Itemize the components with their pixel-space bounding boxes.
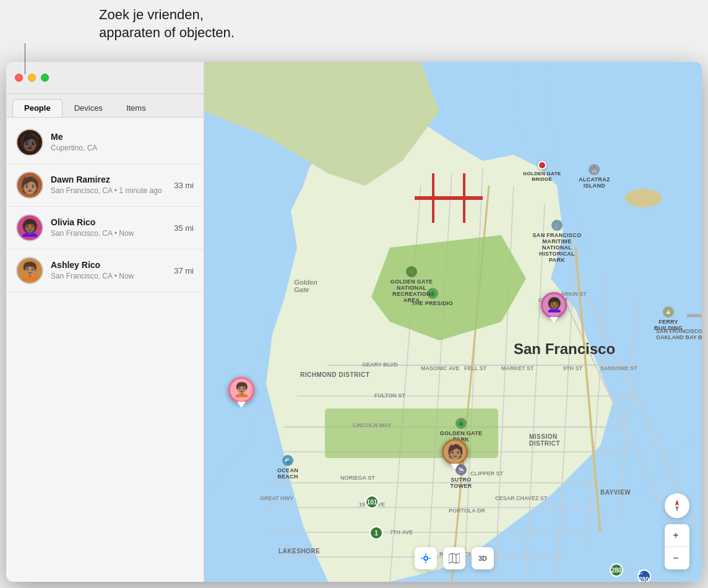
person-location-ashley: San Francisco, CA • Now xyxy=(51,271,169,282)
highway-280: 280 xyxy=(610,563,623,577)
pin-ashley[interactable]: 🧑🏽‍🦱 xyxy=(228,377,254,409)
tooltip: Zoek je vrienden, apparaten of objecten. xyxy=(99,6,235,41)
minimize-button[interactable] xyxy=(28,74,36,82)
svg-point-34 xyxy=(424,556,428,560)
person-name-me: Me xyxy=(51,132,194,142)
person-name-dawn: Dawn Ramirez xyxy=(51,175,169,184)
svg-marker-39 xyxy=(449,553,460,563)
sidebar: People Devices Items 🧑🏿 Me Cupertino, CA… xyxy=(6,62,204,582)
zoom-out-button[interactable]: − xyxy=(665,547,687,569)
person-info-dawn: Dawn Ramirez San Francisco, CA • 1 minut… xyxy=(51,175,169,196)
person-info-me: Me Cupertino, CA xyxy=(51,132,194,153)
svg-marker-43 xyxy=(675,506,679,512)
tab-items[interactable]: Items xyxy=(114,99,158,117)
avatar-ashley: 🧑🏽‍🦱 xyxy=(16,257,43,284)
person-distance-ashley: 37 mi xyxy=(174,266,194,275)
tooltip-line1: Zoek je vrienden, xyxy=(99,6,235,24)
pin-olivia[interactable]: 👩🏾‍🦱 xyxy=(541,292,567,324)
tab-people[interactable]: People xyxy=(12,99,63,117)
map-area[interactable]: San Francisco RICHMOND DISTRICT MISSIOND… xyxy=(204,62,702,582)
person-distance-dawn: 33 mi xyxy=(174,181,194,190)
avatar-dawn: 🧑🏽 xyxy=(16,171,43,199)
tabs-bar: People Devices Items xyxy=(6,94,204,118)
highway-101: 101 xyxy=(365,495,379,509)
map-type-button[interactable] xyxy=(443,547,465,569)
zoom-controls: + − xyxy=(665,524,689,569)
svg-point-6 xyxy=(625,189,662,207)
main-window: People Devices Items 🧑🏿 Me Cupertino, CA… xyxy=(6,62,702,582)
person-location-dawn: San Francisco, CA • 1 minute ago xyxy=(51,186,169,196)
person-location-olivia: San Francisco, CA • Now xyxy=(51,228,169,239)
location-button[interactable] xyxy=(415,547,437,569)
person-item-ashley[interactable]: 🧑🏽‍🦱 Ashley Rico San Francisco, CA • Now… xyxy=(6,249,204,292)
pin-dawn[interactable]: 🧑🏽 xyxy=(442,439,468,471)
titlebar xyxy=(6,62,204,94)
svg-text:N: N xyxy=(676,501,678,504)
person-info-olivia: Olivia Rico San Francisco, CA • Now xyxy=(51,217,169,239)
3d-button[interactable]: 3D xyxy=(472,547,494,569)
person-name-ashley: Ashley Rico xyxy=(51,260,169,270)
person-item-me[interactable]: 🧑🏿 Me Cupertino, CA xyxy=(6,121,204,164)
svg-rect-27 xyxy=(325,409,498,458)
avatar-olivia: 👩🏾‍🦱 xyxy=(16,214,43,241)
avatar-me: 🧑🏿 xyxy=(16,129,43,156)
people-list: 🧑🏿 Me Cupertino, CA 🧑🏽 Dawn Ramirez San … xyxy=(6,118,204,582)
person-location-me: Cupertino, CA xyxy=(51,143,194,153)
highway-280b: I-280 xyxy=(637,569,651,582)
zoom-in-button[interactable]: + xyxy=(665,524,687,547)
tab-devices[interactable]: Devices xyxy=(63,99,114,117)
traffic-lights xyxy=(15,74,49,82)
person-item-olivia[interactable]: 👩🏾‍🦱 Olivia Rico San Francisco, CA • Now… xyxy=(6,207,204,249)
person-name-olivia: Olivia Rico xyxy=(51,217,169,227)
compass-button[interactable]: N xyxy=(665,493,689,518)
map-background xyxy=(204,62,702,582)
close-button[interactable] xyxy=(15,74,23,82)
maximize-button[interactable] xyxy=(41,74,49,82)
map-bottom-controls: 3D xyxy=(415,547,494,569)
tooltip-line2: apparaten of objecten. xyxy=(99,24,235,42)
map-controls: N + − xyxy=(665,493,689,569)
person-item-dawn[interactable]: 🧑🏽 Dawn Ramirez San Francisco, CA • 1 mi… xyxy=(6,164,204,207)
person-distance-olivia: 35 mi xyxy=(174,223,194,233)
person-info-ashley: Ashley Rico San Francisco, CA • Now xyxy=(51,260,169,282)
highway-1: 1 xyxy=(369,526,383,540)
